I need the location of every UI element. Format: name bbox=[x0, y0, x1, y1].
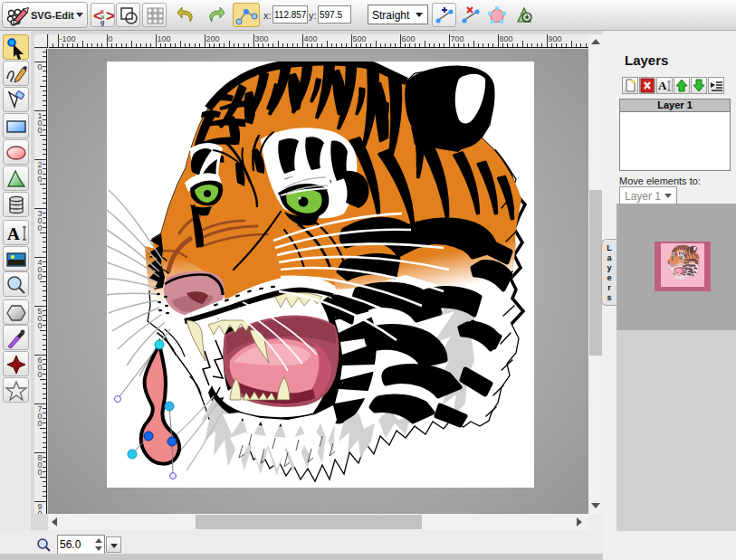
svg-text:g: g bbox=[100, 19, 104, 26]
svg-text:A: A bbox=[7, 224, 20, 243]
svg-text:>: > bbox=[106, 7, 115, 24]
svg-text:A: A bbox=[658, 79, 667, 92]
